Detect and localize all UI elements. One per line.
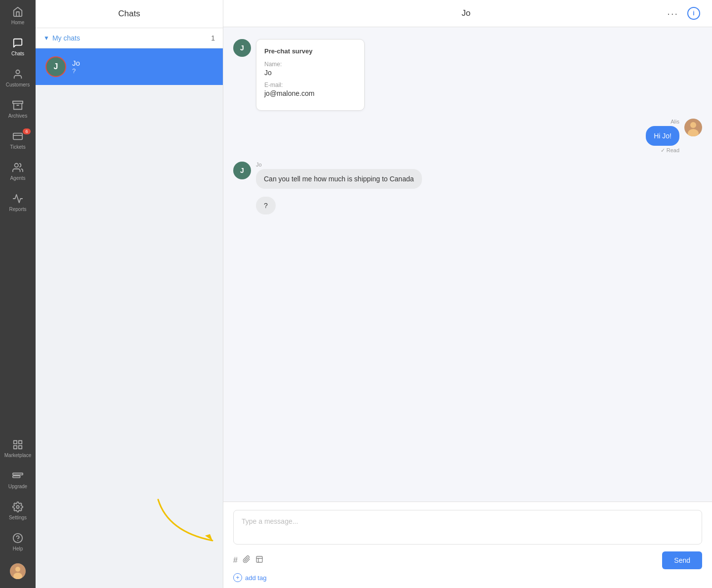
settings-icon [12,501,24,513]
message-content-2: Jo Can you tell me how much is shipping … [256,162,422,189]
email-value: jo@malone.com [264,89,356,97]
my-chats-count: 1 [211,34,215,42]
message-content: Alis Hi Jo! ✓ Read [646,119,679,154]
sidebar-item-label: Tickets [10,144,25,150]
sidebar: Home Chats Customers Archives [0,0,36,588]
prechat-survey-card: Pre-chat survey Name: Jo E-mail: jo@malo… [256,39,365,111]
add-tag-label[interactable]: add tag [245,574,266,582]
chat-icon [12,37,24,49]
sidebar-item-label: Customers [6,82,30,87]
chevron-down-icon: ▼ [43,35,49,42]
jo-avatar: J [233,39,251,57]
svg-rect-7 [19,441,22,444]
sidebar-item-label: Reports [9,207,26,212]
svg-rect-8 [14,446,17,449]
help-icon [12,532,24,544]
prechat-row: J Pre-chat survey Name: Jo E-mail: jo@ma… [233,39,702,111]
compose-toolbar: # Send [233,551,702,569]
sidebar-item-upgrade[interactable]: Upgrade [0,464,36,495]
chat-avatar: J [45,56,66,77]
svg-rect-3 [13,133,22,140]
chat-name: Jo [72,59,80,67]
sender-name-2: Jo [256,162,422,168]
message-input[interactable] [233,510,702,545]
chat-list-item-jo[interactable]: J Jo ? [36,48,223,85]
sidebar-item-label: Help [13,546,23,551]
message-row-3: ? [256,197,702,214]
user-avatar [10,563,26,579]
compose-area: # Send + add tag [223,502,712,588]
sidebar-item-home[interactable]: Home [0,0,36,31]
message-bubble: Hi Jo! [646,126,679,146]
agents-icon [12,162,24,173]
add-tag-plus-icon[interactable]: + [233,573,242,582]
reports-icon [12,193,24,205]
info-button[interactable]: i [687,7,700,20]
sidebar-item-marketplace[interactable]: Marketplace [0,433,36,464]
sidebar-item-label: Upgrade [8,484,27,489]
customers-icon [12,68,24,80]
attachment-icon[interactable] [243,555,251,565]
chat-main: Jo ··· i J Pre-chat survey Name: Jo E-ma… [223,0,712,588]
tickets-badge: 6 [23,128,31,134]
sidebar-item-label: Chats [11,51,24,56]
template-icon[interactable] [255,555,263,565]
message-status: ✓ Read [646,147,679,154]
user-avatar-bottom[interactable] [0,557,36,588]
agent-avatar [684,119,702,136]
upgrade-icon [12,470,24,482]
name-value: Jo [264,69,356,77]
marketplace-icon [12,439,24,451]
sidebar-item-chats[interactable]: Chats [0,31,36,62]
sidebar-item-agents[interactable]: Agents [0,156,36,187]
svg-rect-10 [13,473,23,475]
prechat-title: Pre-chat survey [264,47,356,55]
my-chats-label: My chats [52,34,211,42]
sidebar-item-settings[interactable]: Settings [0,495,36,526]
chat-list-header: Chats [36,0,223,28]
jo-avatar-2: J [233,162,251,179]
messages-area: J Pre-chat survey Name: Jo E-mail: jo@ma… [223,27,712,502]
sidebar-item-archives[interactable]: Archives [0,93,36,125]
svg-point-0 [16,70,19,74]
svg-rect-9 [19,446,22,449]
svg-rect-21 [256,556,262,562]
chat-list-panel: Chats ▼ My chats 1 J Jo ? [36,0,223,588]
chat-sub: ? [72,67,80,75]
sidebar-item-label: Home [11,20,25,25]
sidebar-item-help[interactable]: Help [0,526,36,557]
svg-rect-11 [13,476,20,478]
my-chats-row[interactable]: ▼ My chats 1 [36,28,223,48]
message-row-2: J Jo Can you tell me how much is shippin… [233,162,702,189]
sidebar-item-label: Settings [9,515,27,520]
sender-name: Alis [646,119,679,125]
chat-header-name: Jo [265,8,667,18]
name-label: Name: [264,61,356,68]
svg-rect-6 [14,441,17,444]
chat-info: Jo ? [72,59,80,75]
archives-icon [12,99,24,111]
home-icon [12,6,24,18]
sidebar-item-reports[interactable]: Reports [0,187,36,218]
svg-point-19 [690,122,696,128]
svg-point-5 [15,164,18,167]
sidebar-item-customers[interactable]: Customers [0,62,36,93]
sidebar-item-label: Archives [8,113,27,119]
svg-point-16 [15,567,20,572]
sidebar-item-label: Agents [10,175,25,181]
email-label: E-mail: [264,82,356,88]
add-tag-row: + add tag [233,573,702,582]
message-bubble-3: ? [256,197,276,214]
message-row-1: Alis Hi Jo! ✓ Read [233,119,702,154]
sidebar-item-tickets[interactable]: Tickets 6 [0,125,36,156]
chat-header: Jo ··· i [223,0,712,27]
more-options-button[interactable]: ··· [667,8,678,19]
message-bubble-2: Can you tell me how much is shipping to … [256,169,422,189]
hashtag-icon[interactable]: # [233,556,238,565]
svg-rect-1 [13,101,23,104]
sidebar-item-label: Marketplace [4,453,31,458]
svg-point-12 [16,505,19,508]
chats-panel-title: Chats [118,9,140,18]
tickets-icon [12,130,24,142]
send-button[interactable]: Send [662,551,702,569]
